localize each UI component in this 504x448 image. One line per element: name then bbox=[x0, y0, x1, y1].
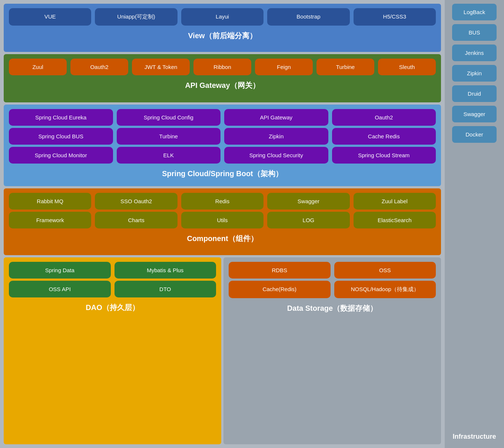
api-section: ZuulOauth2JWT & TokenRibbonFeignTurbineS… bbox=[4, 54, 441, 102]
comp-chip[interactable]: Framework bbox=[9, 212, 91, 228]
api-chip[interactable]: Zuul bbox=[9, 59, 67, 75]
sidebar-btn[interactable]: Zipkin bbox=[452, 65, 497, 82]
comp-label: Component（组件） bbox=[9, 234, 436, 244]
sidebar-title: Infrastructure bbox=[452, 433, 496, 444]
cloud-chip[interactable]: ELK bbox=[117, 147, 221, 164]
cloud-chip[interactable]: Spring Cloud Config bbox=[117, 109, 221, 126]
comp-row-0: Rabbit MQSSO Oauth2RedisSwaggerZuul Labe… bbox=[9, 193, 436, 210]
cloud-chip[interactable]: Spring Cloud BUS bbox=[9, 128, 113, 145]
cloud-label: Spring Cloud/Spring Boot（架构） bbox=[9, 169, 436, 179]
dao-row-0: Spring DataMybatis & Plus bbox=[9, 262, 216, 279]
cloud-chip[interactable]: Spring Cloud Monitor bbox=[9, 147, 113, 164]
api-chip[interactable]: Oauth2 bbox=[70, 59, 128, 75]
view-section: VUEUniapp(可定制)LayuiBootstrapH5/CSS3 View… bbox=[4, 4, 441, 52]
cloud-chip[interactable]: Spring Cloud Stream bbox=[332, 147, 436, 164]
comp-chip[interactable]: ElasticSearch bbox=[354, 212, 436, 228]
api-chip[interactable]: Sleuth bbox=[378, 59, 436, 75]
cloud-section: Spring Cloud EurekaSpring Cloud ConfigAP… bbox=[4, 105, 441, 186]
view-chips-row: VUEUniapp(可定制)LayuiBootstrapH5/CSS3 bbox=[9, 8, 436, 26]
cloud-chip[interactable]: Spring Cloud Security bbox=[224, 147, 328, 164]
comp-section: Rabbit MQSSO Oauth2RedisSwaggerZuul Labe… bbox=[4, 188, 441, 255]
view-chip[interactable]: Bootstrap bbox=[267, 8, 349, 26]
dao-chip[interactable]: Mybatis & Plus bbox=[115, 262, 216, 279]
dao-row-1: OSS APIDTO bbox=[9, 281, 216, 297]
comp-chip[interactable]: Charts bbox=[95, 212, 177, 228]
cloud-row-1: Spring Cloud BUSTurbineZipkinCache Redis bbox=[9, 128, 436, 145]
comp-row-1: FrameworkChartsUtilsLOGElasticSearch bbox=[9, 212, 436, 228]
cloud-row-0: Spring Cloud EurekaSpring Cloud ConfigAP… bbox=[9, 109, 436, 126]
api-chip[interactable]: Ribbon bbox=[193, 59, 251, 75]
api-chip[interactable]: Turbine bbox=[316, 59, 374, 75]
comp-chip[interactable]: Swagger bbox=[267, 193, 349, 210]
view-chip[interactable]: VUE bbox=[9, 8, 91, 26]
dao-chip[interactable]: DTO bbox=[115, 281, 216, 297]
comp-chip[interactable]: Zuul Label bbox=[354, 193, 436, 210]
sidebar-btn[interactable]: BUS bbox=[452, 24, 497, 41]
storage-section: RDBSOSS Cache(Redis)NOSQL/Hadoop（待集成） Da… bbox=[223, 257, 441, 444]
dao-section: Spring DataMybatis & Plus OSS APIDTO DAO… bbox=[4, 257, 221, 444]
sidebar-btn[interactable]: LogBack bbox=[452, 4, 497, 20]
dao-chip[interactable]: Spring Data bbox=[9, 262, 111, 279]
comp-chip[interactable]: Utils bbox=[181, 212, 263, 228]
sidebar-btn[interactable]: Jenkins bbox=[452, 45, 497, 61]
storage-chip[interactable]: NOSQL/Hadoop（待集成） bbox=[334, 281, 436, 298]
storage-chip[interactable]: OSS bbox=[334, 262, 436, 279]
comp-chip[interactable]: LOG bbox=[267, 212, 349, 228]
storage-chip[interactable]: RDBS bbox=[229, 262, 331, 279]
cloud-row-2: Spring Cloud MonitorELKSpring Cloud Secu… bbox=[9, 147, 436, 164]
comp-chip[interactable]: Rabbit MQ bbox=[9, 193, 91, 210]
dao-chip[interactable]: OSS API bbox=[9, 281, 111, 297]
api-chip[interactable]: Feign bbox=[255, 59, 313, 75]
view-chip[interactable]: H5/CSS3 bbox=[354, 8, 436, 26]
view-label: View（前后端分离） bbox=[9, 31, 436, 41]
sidebar-btn[interactable]: Docker bbox=[452, 126, 497, 143]
cloud-chip[interactable]: Turbine bbox=[117, 128, 221, 145]
storage-row-0: RDBSOSS bbox=[229, 262, 436, 279]
sidebar-btn[interactable]: Druid bbox=[452, 85, 497, 102]
storage-row-1: Cache(Redis)NOSQL/Hadoop（待集成） bbox=[229, 281, 436, 298]
bottom-row: Spring DataMybatis & Plus OSS APIDTO DAO… bbox=[4, 257, 441, 444]
sidebar: LogBackBUSJenkinsZipkinDruidSwaggerDocke… bbox=[445, 0, 504, 448]
cloud-chip[interactable]: Cache Redis bbox=[332, 128, 436, 145]
sidebar-btn[interactable]: Swagger bbox=[452, 106, 497, 122]
comp-chip[interactable]: SSO Oauth2 bbox=[95, 193, 177, 210]
api-chips-row: ZuulOauth2JWT & TokenRibbonFeignTurbineS… bbox=[9, 59, 436, 75]
comp-chip[interactable]: Redis bbox=[181, 193, 263, 210]
view-chip[interactable]: Uniapp(可定制) bbox=[95, 8, 177, 26]
view-chip[interactable]: Layui bbox=[181, 8, 263, 26]
cloud-chip[interactable]: Spring Cloud Eureka bbox=[9, 109, 113, 126]
api-chip[interactable]: JWT & Token bbox=[132, 59, 190, 75]
storage-label: Data Storage（数据存储） bbox=[229, 303, 436, 313]
storage-chip[interactable]: Cache(Redis) bbox=[229, 281, 331, 298]
api-label: API Gateway（网关） bbox=[9, 80, 436, 90]
cloud-chip[interactable]: Zipkin bbox=[224, 128, 328, 145]
dao-label: DAO（持久层） bbox=[9, 303, 216, 313]
main-content: VUEUniapp(可定制)LayuiBootstrapH5/CSS3 View… bbox=[0, 0, 445, 448]
cloud-chip[interactable]: API Gateway bbox=[224, 109, 328, 126]
cloud-chip[interactable]: Oauth2 bbox=[332, 109, 436, 126]
